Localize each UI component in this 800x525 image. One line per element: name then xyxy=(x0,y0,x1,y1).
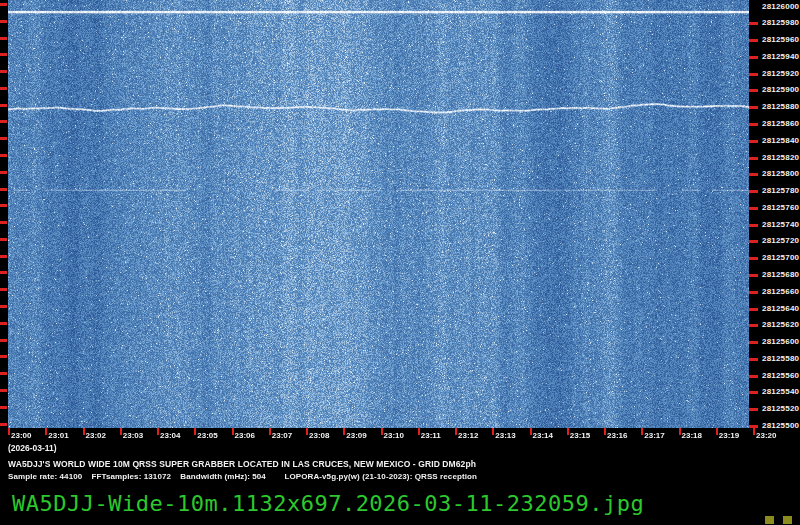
time-tick-label: 23:14 xyxy=(533,431,553,440)
freq-tick-label: 28125580 xyxy=(762,354,799,363)
freq-tick-mark-right xyxy=(749,123,758,126)
freq-tick-mark-right xyxy=(749,391,758,394)
freq-tick-label: 28125980 xyxy=(762,18,799,27)
time-tick-label: 23:10 xyxy=(384,431,404,440)
freq-tick-mark-right xyxy=(749,375,758,378)
freq-tick-mark-right xyxy=(749,106,758,109)
freq-tick-mark-left xyxy=(0,3,7,6)
freq-tick-mark-left xyxy=(0,339,7,342)
time-tick-label: 23:19 xyxy=(719,431,739,440)
freq-tick-label: 28125960 xyxy=(762,35,799,44)
freq-tick-mark-left xyxy=(0,53,7,56)
freq-tick-mark-left xyxy=(0,389,7,392)
freq-tick-mark-right xyxy=(749,190,758,193)
freq-tick-mark-right xyxy=(749,140,758,143)
freq-tick-label: 28125620 xyxy=(762,320,799,329)
time-tick-mark xyxy=(83,428,85,435)
freq-tick-mark-left xyxy=(0,70,7,73)
freq-tick-mark-left xyxy=(0,355,7,358)
freq-tick-mark-left xyxy=(0,322,7,325)
freq-tick-mark-right xyxy=(749,324,758,327)
freq-tick-mark-right xyxy=(749,257,758,260)
time-tick-mark xyxy=(343,428,345,435)
date-label: (2026-03-11) xyxy=(8,443,57,453)
filename-caption: WA5DJJ-Wide-10m.1132x697.2026-03-11-2320… xyxy=(12,491,644,516)
freq-tick-label: 28125540 xyxy=(762,387,799,396)
time-tick-mark xyxy=(381,428,383,435)
freq-tick-mark-left xyxy=(0,20,7,23)
freq-tick-label: 28125860 xyxy=(762,119,799,128)
freq-tick-mark-right xyxy=(749,157,758,160)
freq-tick-label: 28125680 xyxy=(762,270,799,279)
freq-tick-mark-right xyxy=(749,341,758,344)
time-tick-label: 23:04 xyxy=(160,431,180,440)
freq-tick-mark-right xyxy=(749,56,758,59)
freq-tick-mark-left xyxy=(0,120,7,123)
freq-tick-label: 28125800 xyxy=(762,169,799,178)
time-tick-label: 23:05 xyxy=(197,431,217,440)
time-tick-label: 23:13 xyxy=(495,431,515,440)
time-tick-mark xyxy=(753,428,755,435)
freq-tick-mark-left xyxy=(0,171,7,174)
freq-tick-label: 28125820 xyxy=(762,153,799,162)
freq-tick-label: 28125740 xyxy=(762,220,799,229)
freq-tick-mark-left xyxy=(0,423,7,426)
time-tick-label: 23:07 xyxy=(272,431,292,440)
freq-tick-mark-left xyxy=(0,37,7,40)
settings-info: Sample rate: 44100 FFTsamples: 131072 Ba… xyxy=(8,472,477,481)
freq-tick-mark-left xyxy=(0,188,7,191)
freq-tick-label: 28125660 xyxy=(762,287,799,296)
time-tick-mark xyxy=(418,428,420,435)
time-tick-label: 23:16 xyxy=(607,431,627,440)
freq-tick-mark-right xyxy=(749,308,758,311)
time-tick-mark xyxy=(232,428,234,435)
time-tick-mark xyxy=(269,428,271,435)
freq-tick-label: 28125700 xyxy=(762,253,799,262)
freq-tick-label: 28125560 xyxy=(762,371,799,380)
freq-tick-mark-right xyxy=(749,291,758,294)
freq-tick-mark-left xyxy=(0,305,7,308)
freq-tick-mark-left xyxy=(0,271,7,274)
time-tick-mark xyxy=(194,428,196,435)
time-tick-mark xyxy=(455,428,457,435)
time-tick-mark xyxy=(120,428,122,435)
time-tick-mark xyxy=(530,428,532,435)
freq-tick-label: 28125760 xyxy=(762,203,799,212)
freq-tick-mark-left xyxy=(0,288,7,291)
qrss-grabber-image: 2812600028125980281259602812594028125920… xyxy=(0,0,800,525)
time-tick-label: 23:01 xyxy=(48,431,68,440)
time-tick-label: 23:20 xyxy=(756,431,776,440)
time-tick-label: 23:15 xyxy=(570,431,590,440)
freq-tick-mark-right xyxy=(749,224,758,227)
freq-tick-label: 28125780 xyxy=(762,186,799,195)
freq-tick-label: 28125520 xyxy=(762,404,799,413)
freq-tick-label: 28126000 xyxy=(762,2,799,11)
freq-tick-mark-left xyxy=(0,221,7,224)
spectrogram-canvas xyxy=(8,0,749,428)
freq-tick-label: 28125840 xyxy=(762,136,799,145)
freq-tick-label: 28125720 xyxy=(762,236,799,245)
time-tick-mark xyxy=(8,428,10,435)
freq-tick-mark-right xyxy=(749,274,758,277)
corner-marker-icon xyxy=(765,516,774,524)
time-tick-label: 23:17 xyxy=(644,431,664,440)
time-tick-label: 23:09 xyxy=(346,431,366,440)
time-tick-mark xyxy=(604,428,606,435)
freq-tick-mark-right xyxy=(749,240,758,243)
freq-tick-mark-left xyxy=(0,238,7,241)
time-tick-label: 23:03 xyxy=(123,431,143,440)
time-tick-mark xyxy=(492,428,494,435)
time-tick-label: 23:12 xyxy=(458,431,478,440)
freq-tick-label: 28125880 xyxy=(762,102,799,111)
freq-tick-label: 28125940 xyxy=(762,52,799,61)
freq-tick-mark-right xyxy=(749,39,758,42)
time-tick-mark xyxy=(716,428,718,435)
time-tick-mark xyxy=(157,428,159,435)
freq-tick-mark-right xyxy=(749,207,758,210)
time-tick-mark xyxy=(45,428,47,435)
freq-tick-label: 28125640 xyxy=(762,304,799,313)
time-tick-label: 23:00 xyxy=(11,431,31,440)
time-tick-mark xyxy=(306,428,308,435)
time-tick-label: 23:02 xyxy=(86,431,106,440)
freq-tick-mark-left xyxy=(0,406,7,409)
